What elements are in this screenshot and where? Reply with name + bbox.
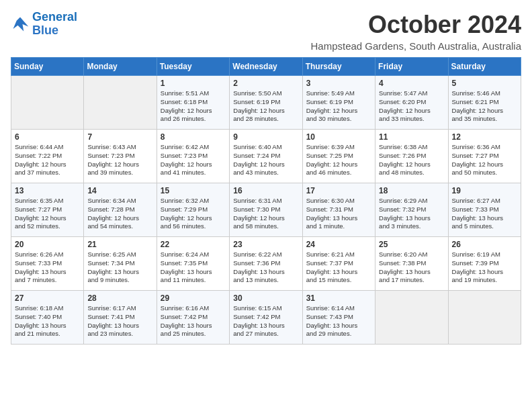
day-number: 3 [306, 79, 371, 88]
cell-content: Sunrise: 6:32 AM Sunset: 7:29 PM Dayligh… [161, 197, 226, 231]
cell-content: Sunrise: 6:38 AM Sunset: 7:26 PM Dayligh… [379, 143, 444, 177]
calendar-cell: 28Sunrise: 6:17 AM Sunset: 7:41 PM Dayli… [84, 291, 157, 345]
calendar-body: 1Sunrise: 5:51 AM Sunset: 6:18 PM Daylig… [11, 76, 521, 345]
calendar-cell: 18Sunrise: 6:29 AM Sunset: 7:32 PM Dayli… [375, 183, 448, 237]
calendar-week-2: 6Sunrise: 6:44 AM Sunset: 7:22 PM Daylig… [11, 130, 521, 183]
day-number: 7 [87, 132, 152, 142]
calendar-cell: 26Sunrise: 6:19 AM Sunset: 7:39 PM Dayli… [448, 237, 521, 291]
day-number: 25 [379, 240, 444, 249]
calendar-cell: 6Sunrise: 6:44 AM Sunset: 7:22 PM Daylig… [11, 130, 84, 183]
cell-content: Sunrise: 6:39 AM Sunset: 7:25 PM Dayligh… [306, 143, 371, 177]
calendar-cell: 24Sunrise: 6:21 AM Sunset: 7:37 PM Dayli… [302, 237, 375, 291]
cell-content: Sunrise: 6:20 AM Sunset: 7:38 PM Dayligh… [379, 250, 444, 285]
cell-content: Sunrise: 6:25 AM Sunset: 7:34 PM Dayligh… [87, 250, 152, 285]
calendar-cell: 17Sunrise: 6:30 AM Sunset: 7:31 PM Dayli… [302, 183, 375, 237]
cell-content: Sunrise: 6:26 AM Sunset: 7:33 PM Dayligh… [15, 250, 80, 285]
calendar-cell: 2Sunrise: 5:50 AM Sunset: 6:19 PM Daylig… [230, 76, 302, 130]
logo-bird-icon [11, 15, 30, 34]
day-number: 1 [161, 79, 226, 88]
day-number: 15 [161, 186, 226, 195]
dow-sunday: Sunday [11, 58, 84, 76]
cell-content: Sunrise: 5:49 AM Sunset: 6:19 PM Dayligh… [306, 89, 371, 124]
calendar-week-5: 27Sunrise: 6:18 AM Sunset: 7:40 PM Dayli… [11, 291, 521, 345]
cell-content: Sunrise: 6:19 AM Sunset: 7:39 PM Dayligh… [452, 250, 517, 285]
day-number: 18 [379, 186, 444, 195]
day-number: 2 [233, 79, 298, 88]
cell-content: Sunrise: 6:40 AM Sunset: 7:24 PM Dayligh… [233, 143, 298, 177]
cell-content: Sunrise: 6:15 AM Sunset: 7:42 PM Dayligh… [233, 304, 298, 338]
cell-content: Sunrise: 6:43 AM Sunset: 7:23 PM Dayligh… [87, 143, 152, 177]
calendar-cell: 1Sunrise: 5:51 AM Sunset: 6:18 PM Daylig… [157, 76, 229, 130]
calendar-cell [84, 76, 157, 130]
calendar-cell: 25Sunrise: 6:20 AM Sunset: 7:38 PM Dayli… [375, 237, 448, 291]
cell-content: Sunrise: 6:22 AM Sunset: 7:36 PM Dayligh… [233, 250, 298, 285]
logo-line1: General [32, 10, 77, 24]
logo-line2: Blue [32, 24, 58, 37]
svg-marker-0 [13, 17, 29, 31]
calendar-week-3: 13Sunrise: 6:35 AM Sunset: 7:27 PM Dayli… [11, 183, 521, 237]
day-number: 13 [15, 186, 80, 195]
day-number: 16 [233, 186, 298, 195]
title-block: October 2024 Hampstead Gardens, South Au… [310, 11, 521, 52]
day-number: 26 [452, 240, 517, 249]
logo: General Blue [11, 11, 77, 38]
cell-content: Sunrise: 5:51 AM Sunset: 6:18 PM Dayligh… [161, 89, 226, 124]
calendar-cell: 23Sunrise: 6:22 AM Sunset: 7:36 PM Dayli… [230, 237, 302, 291]
day-number: 29 [161, 293, 226, 303]
calendar-cell: 11Sunrise: 6:38 AM Sunset: 7:26 PM Dayli… [375, 130, 448, 183]
day-number: 11 [379, 132, 444, 142]
day-number: 22 [161, 240, 226, 249]
page-header: General Blue October 2024 Hampstead Gard… [11, 11, 521, 52]
day-number: 20 [15, 240, 80, 249]
cell-content: Sunrise: 6:35 AM Sunset: 7:27 PM Dayligh… [15, 197, 80, 231]
calendar-cell: 14Sunrise: 6:34 AM Sunset: 7:28 PM Dayli… [84, 183, 157, 237]
cell-content: Sunrise: 6:18 AM Sunset: 7:40 PM Dayligh… [15, 304, 80, 338]
cell-content: Sunrise: 6:36 AM Sunset: 7:27 PM Dayligh… [452, 143, 517, 177]
dow-thursday: Thursday [302, 58, 375, 76]
dow-monday: Monday [84, 58, 157, 76]
logo-text: General Blue [32, 11, 77, 38]
day-number: 31 [306, 293, 371, 303]
calendar-cell [375, 291, 448, 345]
day-number: 17 [306, 186, 371, 195]
calendar-week-1: 1Sunrise: 5:51 AM Sunset: 6:18 PM Daylig… [11, 76, 521, 130]
cell-content: Sunrise: 6:21 AM Sunset: 7:37 PM Dayligh… [306, 250, 371, 285]
calendar-cell: 5Sunrise: 5:46 AM Sunset: 6:21 PM Daylig… [448, 76, 521, 130]
location-title: Hampstead Gardens, South Australia, Aust… [310, 40, 521, 52]
calendar-cell: 9Sunrise: 6:40 AM Sunset: 7:24 PM Daylig… [230, 130, 302, 183]
cell-content: Sunrise: 6:16 AM Sunset: 7:42 PM Dayligh… [161, 304, 226, 338]
calendar-cell: 10Sunrise: 6:39 AM Sunset: 7:25 PM Dayli… [302, 130, 375, 183]
calendar-cell: 15Sunrise: 6:32 AM Sunset: 7:29 PM Dayli… [157, 183, 229, 237]
day-number: 19 [452, 186, 517, 195]
cell-content: Sunrise: 6:31 AM Sunset: 7:30 PM Dayligh… [233, 197, 298, 231]
calendar-cell: 8Sunrise: 6:42 AM Sunset: 7:23 PM Daylig… [157, 130, 229, 183]
calendar-cell: 22Sunrise: 6:24 AM Sunset: 7:35 PM Dayli… [157, 237, 229, 291]
calendar-cell: 21Sunrise: 6:25 AM Sunset: 7:34 PM Dayli… [84, 237, 157, 291]
calendar-cell [11, 76, 84, 130]
day-number: 5 [452, 79, 517, 88]
day-number: 28 [87, 293, 152, 303]
calendar-cell: 19Sunrise: 6:27 AM Sunset: 7:33 PM Dayli… [448, 183, 521, 237]
day-number: 14 [87, 186, 152, 195]
day-number: 9 [233, 132, 298, 142]
calendar-cell: 29Sunrise: 6:16 AM Sunset: 7:42 PM Dayli… [157, 291, 229, 345]
cell-content: Sunrise: 6:42 AM Sunset: 7:23 PM Dayligh… [161, 143, 226, 177]
cell-content: Sunrise: 5:50 AM Sunset: 6:19 PM Dayligh… [233, 89, 298, 124]
dow-wednesday: Wednesday [230, 58, 302, 76]
day-number: 23 [233, 240, 298, 249]
calendar-cell: 7Sunrise: 6:43 AM Sunset: 7:23 PM Daylig… [84, 130, 157, 183]
cell-content: Sunrise: 6:30 AM Sunset: 7:31 PM Dayligh… [306, 197, 371, 231]
calendar-cell: 31Sunrise: 6:14 AM Sunset: 7:43 PM Dayli… [302, 291, 375, 345]
dow-friday: Friday [375, 58, 448, 76]
calendar-cell [448, 291, 521, 345]
cell-content: Sunrise: 5:47 AM Sunset: 6:20 PM Dayligh… [379, 89, 444, 124]
day-number: 30 [233, 293, 298, 303]
day-number: 21 [87, 240, 152, 249]
dow-tuesday: Tuesday [157, 58, 229, 76]
day-number: 12 [452, 132, 517, 142]
cell-content: Sunrise: 6:44 AM Sunset: 7:22 PM Dayligh… [15, 143, 80, 177]
cell-content: Sunrise: 6:29 AM Sunset: 7:32 PM Dayligh… [379, 197, 444, 231]
cell-content: Sunrise: 6:34 AM Sunset: 7:28 PM Dayligh… [87, 197, 152, 231]
day-number: 6 [15, 132, 80, 142]
cell-content: Sunrise: 6:17 AM Sunset: 7:41 PM Dayligh… [87, 304, 152, 338]
